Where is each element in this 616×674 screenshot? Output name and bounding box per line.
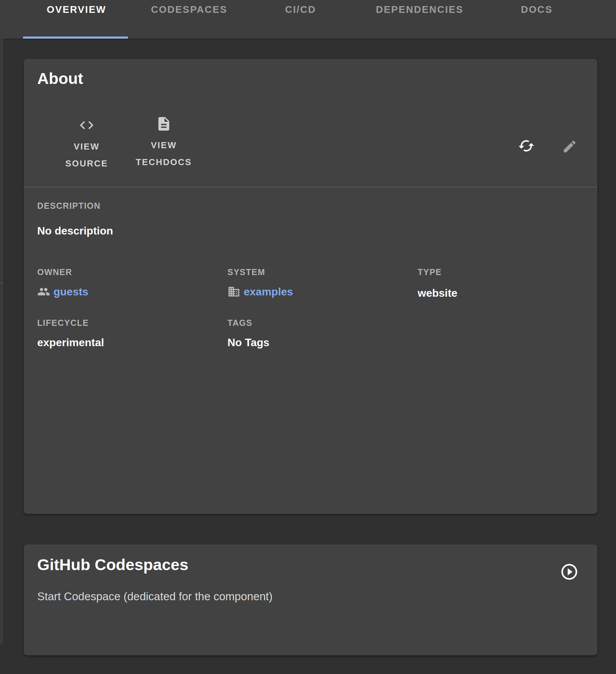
document-icon [156,116,172,133]
group-icon [37,285,50,298]
active-tab-indicator [23,37,128,39]
tab-dependencies[interactable]: DEPENDENCIES [376,4,464,15]
start-codespace-button[interactable] [560,562,579,581]
edit-icon [562,139,577,154]
owner-label: OWNER [37,267,72,277]
tab-codespaces[interactable]: CODESPACES [151,4,227,15]
entity-page: OVERVIEW CODESPACES CI/CD DEPENDENCIES D… [0,0,616,674]
codespaces-card-title: GitHub Codespaces [37,556,189,574]
about-card-divider [24,187,597,187]
description-label: DESCRIPTION [37,201,101,211]
refresh-icon [518,137,535,154]
edit-button[interactable] [562,139,577,154]
tab-docs[interactable]: DOCS [521,4,553,15]
about-card-title: About [37,70,83,87]
play-circle-icon [560,562,579,581]
tags-value: No Tags [227,336,269,349]
domain-icon [227,285,240,298]
about-card: About VIEW SOURCE [24,59,597,514]
system-value: examples [227,285,293,298]
tab-overview[interactable]: OVERVIEW [47,4,106,15]
lifecycle-value: experimental [37,336,104,349]
view-source-button[interactable]: VIEW SOURCE [53,117,120,172]
sidebar-edge [0,39,3,645]
owner-value: guests [37,285,88,298]
tab-bar: OVERVIEW CODESPACES CI/CD DEPENDENCIES D… [0,0,616,39]
owner-link[interactable]: guests [53,285,88,298]
sidebar-divider [0,283,3,284]
codespaces-subtitle: Start Codespace (dedicated for the compo… [37,590,272,603]
view-source-label: VIEW SOURCE [53,138,120,172]
system-label: SYSTEM [227,267,265,277]
system-link[interactable]: examples [244,285,293,298]
tags-label: TAGS [227,318,252,328]
description-value: No description [37,224,113,238]
type-label: TYPE [418,267,442,277]
tab-cicd[interactable]: CI/CD [285,4,316,15]
code-icon [79,117,95,135]
view-techdocs-label: VIEW TECHDOCS [130,137,198,171]
codespaces-card: GitHub Codespaces Start Codespace (dedic… [24,544,597,655]
refresh-button[interactable] [518,137,535,154]
view-techdocs-button[interactable]: VIEW TECHDOCS [130,116,198,171]
lifecycle-label: LIFECYCLE [37,318,89,328]
type-value: website [418,286,457,300]
